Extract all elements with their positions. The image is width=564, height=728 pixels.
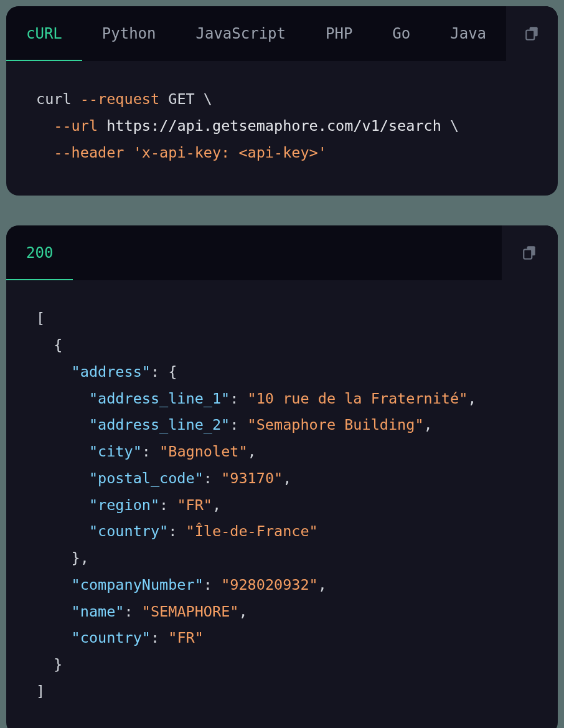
json-close-brace: } bbox=[54, 656, 62, 673]
code-url: https://api.getsemaphore.com/v1/search bbox=[106, 117, 441, 135]
json-colon: : bbox=[124, 603, 133, 620]
json-key-addr2: "address_line_2" bbox=[89, 416, 230, 433]
tab-curl[interactable]: cURL bbox=[6, 6, 82, 61]
json-key-addr1: "address_line_1" bbox=[89, 390, 230, 407]
json-val-country: "Île-de-France" bbox=[186, 522, 318, 540]
json-open-brace: { bbox=[54, 336, 62, 354]
code-method: GET bbox=[168, 90, 194, 108]
json-key-company: "companyNumber" bbox=[72, 576, 204, 593]
json-val-addr1: "10 rue de la Fraternité" bbox=[248, 390, 468, 407]
json-open-bracket: [ bbox=[36, 310, 45, 327]
json-key-name: "name" bbox=[72, 603, 125, 620]
tab-200[interactable]: 200 bbox=[6, 225, 73, 280]
json-val-city: "Bagnolet" bbox=[159, 443, 247, 460]
json-comma: , bbox=[238, 603, 247, 620]
copy-request-button[interactable] bbox=[520, 21, 545, 46]
json-brace-open: { bbox=[168, 363, 177, 381]
json-close-bracket: ] bbox=[36, 683, 45, 700]
request-panel: cURL Python JavaScript PHP Go Java curl … bbox=[6, 6, 558, 196]
code-flag-header: --header bbox=[54, 144, 124, 161]
json-colon: : bbox=[151, 629, 159, 646]
json-brace-close: } bbox=[72, 549, 80, 567]
json-colon: : bbox=[151, 363, 159, 381]
json-comma: , bbox=[468, 390, 476, 407]
copy-icon bbox=[522, 245, 538, 261]
response-code: [ { "address": { "address_line_1": "10 r… bbox=[6, 280, 558, 728]
request-tabs: cURL Python JavaScript PHP Go Java bbox=[6, 6, 558, 61]
json-key-country: "country" bbox=[89, 522, 168, 540]
copy-icon bbox=[524, 26, 540, 42]
tab-javascript[interactable]: JavaScript bbox=[176, 6, 306, 61]
json-colon: : bbox=[230, 390, 238, 407]
request-copy-area bbox=[506, 6, 558, 61]
tab-java[interactable]: Java bbox=[430, 6, 506, 61]
json-val-addr2: "Semaphore Building" bbox=[248, 416, 424, 433]
json-val-company: "928020932" bbox=[221, 576, 318, 593]
json-comma: , bbox=[283, 470, 291, 487]
json-colon: : bbox=[159, 496, 168, 514]
json-comma: , bbox=[248, 443, 256, 460]
code-backslash-2: \ bbox=[450, 117, 459, 135]
tab-php[interactable]: PHP bbox=[306, 6, 372, 61]
code-backslash-1: \ bbox=[204, 90, 212, 108]
request-tabs-inner: cURL Python JavaScript PHP Go Java bbox=[6, 6, 506, 61]
response-copy-area bbox=[502, 225, 558, 280]
json-colon: : bbox=[230, 416, 238, 433]
json-val-name: "SEMAPHORE" bbox=[142, 603, 239, 620]
json-comma: , bbox=[212, 496, 221, 514]
json-colon: : bbox=[204, 576, 212, 593]
json-colon: : bbox=[142, 443, 151, 460]
code-cmd: curl bbox=[36, 90, 72, 108]
json-key-region: "region" bbox=[89, 496, 159, 514]
json-comma: , bbox=[318, 576, 327, 593]
response-panel: 200 [ { "address": { "address_line_1": "… bbox=[6, 225, 558, 728]
tab-python[interactable]: Python bbox=[82, 6, 176, 61]
json-colon: : bbox=[204, 470, 212, 487]
json-comma: , bbox=[80, 549, 89, 567]
svg-rect-1 bbox=[526, 31, 534, 40]
json-val-postal: "93170" bbox=[221, 470, 283, 487]
response-tabs: 200 bbox=[6, 225, 558, 280]
json-colon: : bbox=[168, 522, 177, 540]
svg-rect-3 bbox=[524, 250, 532, 259]
response-tabs-inner: 200 bbox=[6, 225, 502, 280]
json-key-postal: "postal_code" bbox=[89, 470, 204, 487]
copy-response-button[interactable] bbox=[517, 240, 542, 265]
json-comma: , bbox=[424, 416, 433, 433]
request-code: curl --request GET \ --url https://api.g… bbox=[6, 61, 558, 196]
code-flag-request: --request bbox=[80, 90, 159, 108]
json-key-city: "city" bbox=[89, 443, 142, 460]
json-val-region: "FR" bbox=[177, 496, 212, 514]
tab-go[interactable]: Go bbox=[372, 6, 430, 61]
json-val-country2: "FR" bbox=[168, 629, 204, 646]
json-key-country2: "country" bbox=[72, 629, 151, 646]
code-header-value: 'x-api-key: <api-key>' bbox=[133, 144, 327, 161]
json-key-address: "address" bbox=[72, 363, 151, 381]
code-flag-url: --url bbox=[54, 117, 98, 135]
